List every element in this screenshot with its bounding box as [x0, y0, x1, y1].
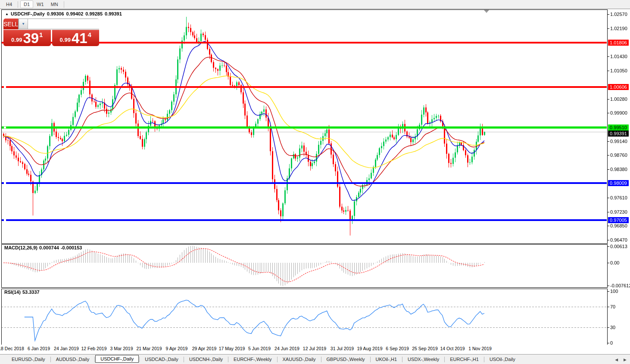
volume-stepper: ▼ ▲ — [18, 19, 99, 29]
date-tick-label: 21 Mar 2019 — [137, 346, 162, 351]
date-tick-label: 9 Apr 2019 — [166, 346, 188, 351]
buy-price-pip: 4 — [88, 31, 91, 38]
rsi-indicator-label: RSI(14)53.3337 — [4, 289, 41, 295]
macd-name: MACD(12,26,9) — [4, 245, 37, 250]
date-tick-label: 31 Jul 2019 — [331, 346, 354, 351]
chart-tab-eurusd-daily[interactable]: EURUSD-,Daily — [7, 355, 50, 363]
ohlc-low: 0.99285 — [85, 11, 103, 16]
macd-tick-label: 0.00613 — [610, 243, 627, 249]
date-tick-label: 24 Jan 2019 — [54, 346, 79, 351]
buy-price-display[interactable]: 0.99 41 4 — [52, 30, 100, 46]
price-tick-label: 1.02190 — [610, 25, 627, 31]
date-tick-label: 12 Feb 2019 — [81, 346, 107, 351]
timeframe-button-w1[interactable]: W1 — [33, 0, 47, 8]
date-tick-label: 12 Jul 2019 — [303, 346, 326, 351]
volume-decrease-button[interactable]: ▼ — [19, 19, 28, 29]
tab-separator — [228, 357, 228, 362]
date-tick-label: 17 May 2019 — [219, 346, 245, 351]
collapse-arrow-icon[interactable]: ▲ — [5, 12, 9, 16]
sell-price-pip: 1 — [39, 31, 43, 38]
rsi-tick-label: 0 — [610, 340, 613, 346]
ohlc-high: 0.99402 — [66, 11, 84, 16]
tab-separator — [277, 357, 278, 362]
price-tick-label: 0.97610 — [610, 195, 627, 201]
tab-separator — [184, 357, 184, 362]
hline-price-badge: 0.98009 — [608, 180, 629, 186]
chart-tab-bar: EURUSD-,DailyAUDUSD-,DailyUSDCHF-,DailyU… — [0, 354, 630, 364]
chart-tab-eurchf-h1[interactable]: EURCHF-,H1 — [445, 355, 483, 363]
sell-price-big: 39 — [23, 31, 39, 46]
date-tick-label: 3 Mar 2019 — [110, 346, 133, 351]
price-tick-label: 0.96470 — [610, 237, 627, 243]
date-tick-label: 1 Nov 2019 — [468, 346, 492, 351]
one-click-trade-panel: SELL ▼ ▲ BUY 0.99 39 1 0.99 41 4 — [3, 19, 99, 46]
price-tick-label: 1.01430 — [610, 53, 627, 59]
macd-main-value: 0.000744 — [39, 245, 59, 250]
tab-separator — [444, 357, 445, 362]
timeframe-button-mn[interactable]: MN — [47, 0, 62, 8]
buy-price-big: 41 — [72, 31, 87, 46]
date-tick-label: 14 Oct 2019 — [440, 346, 465, 351]
chart-tab-xauusd-daily[interactable]: XAUUSD-,Daily — [278, 355, 321, 363]
chart-tab-ukoil-h1[interactable]: UKOil-,H1 — [371, 355, 402, 363]
price-tick-label: 0.98760 — [610, 152, 627, 158]
tab-separator — [321, 357, 321, 362]
tab-separator — [50, 357, 51, 362]
tab-separator — [139, 357, 140, 362]
chart-tab-usoil-daily[interactable]: USOil-,Daily — [485, 355, 520, 363]
sell-price-display[interactable]: 0.99 39 1 — [3, 30, 51, 46]
chart-tab-audusd-daily[interactable]: AUDUSD-,Daily — [51, 355, 94, 363]
hline-price-badge: 0.99510 — [608, 124, 629, 131]
rsi-tick-label: 70 — [610, 304, 615, 310]
price-tick-label: 1.00280 — [610, 96, 627, 102]
chart-tab-usdcnh-daily[interactable]: USDCNH-,Daily — [184, 355, 228, 363]
volume-input[interactable] — [28, 19, 99, 29]
hline-price-badge: 1.01806 — [608, 40, 629, 46]
chart-tab-eurchf-weekly[interactable]: EURCHF-,Weekly — [229, 355, 276, 363]
price-tick-label: 0.97230 — [610, 209, 627, 215]
chart-symbol-header: ▲USDCHF-,Daily0.993060.994020.992850.993… — [5, 11, 122, 16]
date-tick-label: 6 Sep 2019 — [386, 346, 409, 351]
date-tick-label: 29 Apr 2019 — [192, 346, 217, 351]
ohlc-open: 0.99306 — [47, 11, 64, 16]
rsi-tick-label: 100 — [610, 288, 618, 294]
price-tick-label: 0.99140 — [610, 138, 627, 144]
date-tick-label: 5 Jun 2019 — [248, 346, 271, 351]
price-tick-label: 0.99900 — [610, 110, 627, 116]
toolbar-separator — [64, 1, 64, 8]
price-tick-label: 1.01050 — [610, 68, 627, 74]
chart-tab-usdchf-daily[interactable]: USDCHF-,Daily — [95, 355, 139, 363]
ohlc-close: 0.99391 — [105, 11, 122, 16]
symbol-name: USDCHF-,Daily — [11, 11, 45, 16]
macd-signal-value: -0.000153 — [61, 245, 82, 250]
tab-nav: ◀ ▶ — [615, 355, 627, 364]
timeframe-toolbar: H4D1W1MN — [0, 0, 630, 9]
date-tick-label: 18 Dec 2018 — [0, 346, 24, 351]
sell-price-base: 0.99 — [11, 37, 22, 43]
timeframe-button-h4[interactable]: H4 — [3, 0, 16, 8]
date-tick-label: 24 Jun 2019 — [274, 346, 299, 351]
tab-scroll-left-icon[interactable]: ◀ — [615, 358, 618, 362]
tab-separator — [370, 357, 371, 362]
date-tick-label: 6 Jan 2019 — [28, 346, 50, 351]
toolbar-separator — [18, 1, 18, 8]
tab-scroll-right-icon[interactable]: ▶ — [624, 358, 627, 362]
sell-button[interactable]: SELL — [3, 19, 18, 29]
chart-shift-marker-icon[interactable] — [484, 10, 489, 13]
chart-tab-gbpusd-weekly[interactable]: GBPUSD-,Weekly — [322, 355, 370, 363]
macd-indicator-label: MACD(12,26,9)0.000744-0.000153 — [4, 245, 84, 250]
date-tick-label: 19 Aug 2019 — [357, 346, 383, 351]
tab-separator — [402, 357, 402, 362]
timeframe-button-d1[interactable]: D1 — [20, 0, 33, 8]
chart-tab-usdx-weekly[interactable]: USDX-,Weekly — [403, 355, 444, 363]
rsi-value: 53.3337 — [22, 289, 40, 295]
rsi-tick-label: 30 — [610, 324, 615, 330]
price-tick-label: 0.98380 — [610, 166, 627, 172]
macd-tick-label: 0.00 — [610, 260, 619, 266]
chart-tab-usdcad-daily[interactable]: USDCAD-,Daily — [140, 355, 183, 363]
price-tick-label: 1.02570 — [610, 11, 627, 17]
buy-price-base: 0.99 — [60, 37, 71, 43]
tab-separator — [94, 357, 95, 362]
price-chart-canvas[interactable] — [1, 9, 608, 345]
current-price-badge: 0.99391 — [608, 131, 629, 137]
